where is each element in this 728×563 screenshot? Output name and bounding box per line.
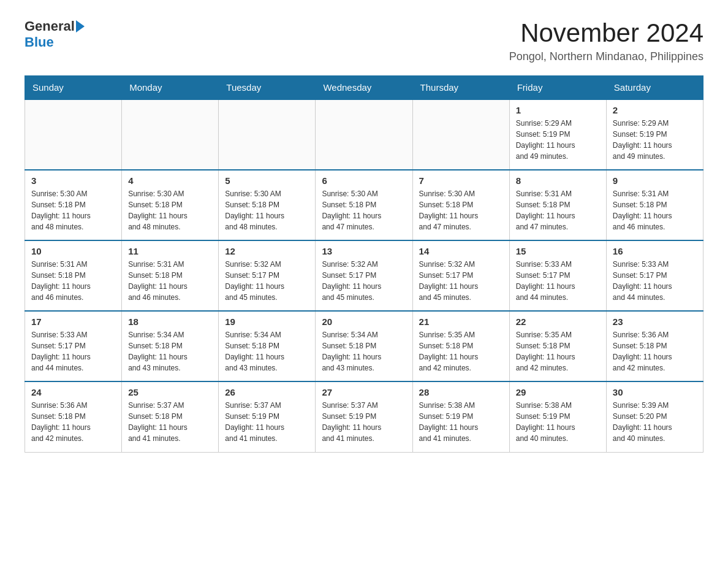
calendar-table: SundayMondayTuesdayWednesdayThursdayFrid… — [25, 75, 703, 453]
calendar-cell: 20Sunrise: 5:34 AM Sunset: 5:18 PM Dayli… — [316, 311, 412, 381]
day-info: Sunrise: 5:30 AM Sunset: 5:18 PM Dayligh… — [322, 188, 406, 232]
day-number: 14 — [419, 246, 503, 256]
day-number: 19 — [225, 316, 309, 327]
logo: General Blue — [25, 18, 85, 50]
day-info: Sunrise: 5:38 AM Sunset: 5:19 PM Dayligh… — [516, 400, 600, 444]
day-info: Sunrise: 5:34 AM Sunset: 5:18 PM Dayligh… — [128, 329, 212, 373]
day-info: Sunrise: 5:30 AM Sunset: 5:18 PM Dayligh… — [128, 188, 212, 232]
day-number: 15 — [516, 246, 600, 256]
day-info: Sunrise: 5:31 AM Sunset: 5:18 PM Dayligh… — [31, 259, 115, 303]
day-info: Sunrise: 5:38 AM Sunset: 5:19 PM Dayligh… — [419, 400, 503, 444]
day-number: 26 — [225, 387, 309, 397]
weekday-header-sunday: Sunday — [25, 76, 122, 100]
calendar-cell: 30Sunrise: 5:39 AM Sunset: 5:20 PM Dayli… — [606, 381, 703, 452]
weekday-header-friday: Friday — [509, 76, 606, 100]
calendar-cell — [122, 99, 219, 170]
day-number: 13 — [322, 246, 406, 256]
day-info: Sunrise: 5:32 AM Sunset: 5:17 PM Dayligh… — [225, 259, 309, 303]
weekday-header-wednesday: Wednesday — [316, 76, 412, 100]
day-number: 25 — [128, 387, 212, 397]
day-number: 17 — [31, 316, 115, 327]
day-info: Sunrise: 5:33 AM Sunset: 5:17 PM Dayligh… — [516, 259, 600, 303]
calendar-cell: 27Sunrise: 5:37 AM Sunset: 5:19 PM Dayli… — [316, 381, 412, 452]
day-number: 23 — [613, 316, 697, 327]
calendar-cell: 23Sunrise: 5:36 AM Sunset: 5:18 PM Dayli… — [606, 311, 703, 381]
day-number: 1 — [516, 105, 600, 115]
day-number: 2 — [613, 105, 697, 115]
calendar-cell: 17Sunrise: 5:33 AM Sunset: 5:17 PM Dayli… — [25, 311, 122, 381]
day-number: 9 — [613, 175, 697, 186]
logo-triangle-icon — [76, 20, 85, 33]
calendar-cell: 12Sunrise: 5:32 AM Sunset: 5:17 PM Dayli… — [219, 240, 316, 311]
day-info: Sunrise: 5:37 AM Sunset: 5:19 PM Dayligh… — [225, 400, 309, 444]
day-info: Sunrise: 5:31 AM Sunset: 5:18 PM Dayligh… — [613, 188, 697, 232]
calendar-cell: 19Sunrise: 5:34 AM Sunset: 5:18 PM Dayli… — [219, 311, 316, 381]
day-info: Sunrise: 5:30 AM Sunset: 5:18 PM Dayligh… — [31, 188, 115, 232]
calendar-cell: 13Sunrise: 5:32 AM Sunset: 5:17 PM Dayli… — [316, 240, 412, 311]
day-number: 16 — [613, 246, 697, 256]
day-number: 20 — [322, 316, 406, 327]
calendar-cell — [219, 99, 316, 170]
day-info: Sunrise: 5:32 AM Sunset: 5:17 PM Dayligh… — [322, 259, 406, 303]
calendar-cell: 5Sunrise: 5:30 AM Sunset: 5:18 PM Daylig… — [219, 170, 316, 240]
day-info: Sunrise: 5:35 AM Sunset: 5:18 PM Dayligh… — [516, 329, 600, 373]
week-row-2: 10Sunrise: 5:31 AM Sunset: 5:18 PM Dayli… — [25, 240, 703, 311]
header: General Blue November 2024 Pongol, North… — [25, 18, 703, 63]
calendar-cell: 26Sunrise: 5:37 AM Sunset: 5:19 PM Dayli… — [219, 381, 316, 452]
calendar-cell: 24Sunrise: 5:36 AM Sunset: 5:18 PM Dayli… — [25, 381, 122, 452]
day-info: Sunrise: 5:34 AM Sunset: 5:18 PM Dayligh… — [322, 329, 406, 373]
day-number: 5 — [225, 175, 309, 186]
calendar-cell: 8Sunrise: 5:31 AM Sunset: 5:18 PM Daylig… — [509, 170, 606, 240]
day-info: Sunrise: 5:39 AM Sunset: 5:20 PM Dayligh… — [613, 400, 697, 444]
day-number: 21 — [419, 316, 503, 327]
day-info: Sunrise: 5:32 AM Sunset: 5:17 PM Dayligh… — [419, 259, 503, 303]
calendar-cell: 3Sunrise: 5:30 AM Sunset: 5:18 PM Daylig… — [25, 170, 122, 240]
day-info: Sunrise: 5:30 AM Sunset: 5:18 PM Dayligh… — [225, 188, 309, 232]
calendar-cell: 7Sunrise: 5:30 AM Sunset: 5:18 PM Daylig… — [412, 170, 509, 240]
subtitle: Pongol, Northern Mindanao, Philippines — [509, 50, 703, 63]
calendar-cell: 15Sunrise: 5:33 AM Sunset: 5:17 PM Dayli… — [509, 240, 606, 311]
week-row-4: 24Sunrise: 5:36 AM Sunset: 5:18 PM Dayli… — [25, 381, 703, 452]
day-info: Sunrise: 5:33 AM Sunset: 5:17 PM Dayligh… — [613, 259, 697, 303]
day-info: Sunrise: 5:31 AM Sunset: 5:18 PM Dayligh… — [516, 188, 600, 232]
day-number: 11 — [128, 246, 212, 256]
logo-general: General — [25, 18, 75, 34]
day-info: Sunrise: 5:35 AM Sunset: 5:18 PM Dayligh… — [419, 329, 503, 373]
day-number: 28 — [419, 387, 503, 397]
weekday-header-monday: Monday — [122, 76, 219, 100]
day-number: 12 — [225, 246, 309, 256]
day-number: 6 — [322, 175, 406, 186]
calendar-cell: 18Sunrise: 5:34 AM Sunset: 5:18 PM Dayli… — [122, 311, 219, 381]
day-info: Sunrise: 5:34 AM Sunset: 5:18 PM Dayligh… — [225, 329, 309, 373]
calendar-cell — [412, 99, 509, 170]
day-info: Sunrise: 5:29 AM Sunset: 5:19 PM Dayligh… — [613, 118, 697, 162]
day-number: 3 — [31, 175, 115, 186]
week-row-0: 1Sunrise: 5:29 AM Sunset: 5:19 PM Daylig… — [25, 99, 703, 170]
day-number: 24 — [31, 387, 115, 397]
day-number: 27 — [322, 387, 406, 397]
calendar-cell: 9Sunrise: 5:31 AM Sunset: 5:18 PM Daylig… — [606, 170, 703, 240]
day-number: 29 — [516, 387, 600, 397]
calendar-cell: 11Sunrise: 5:31 AM Sunset: 5:18 PM Dayli… — [122, 240, 219, 311]
day-info: Sunrise: 5:31 AM Sunset: 5:18 PM Dayligh… — [128, 259, 212, 303]
day-number: 7 — [419, 175, 503, 186]
calendar-cell: 25Sunrise: 5:37 AM Sunset: 5:18 PM Dayli… — [122, 381, 219, 452]
calendar-cell: 4Sunrise: 5:30 AM Sunset: 5:18 PM Daylig… — [122, 170, 219, 240]
calendar-cell — [25, 99, 122, 170]
day-number: 30 — [613, 387, 697, 397]
day-number: 22 — [516, 316, 600, 327]
weekday-header-saturday: Saturday — [606, 76, 703, 100]
day-info: Sunrise: 5:29 AM Sunset: 5:19 PM Dayligh… — [516, 118, 600, 162]
calendar-cell: 28Sunrise: 5:38 AM Sunset: 5:19 PM Dayli… — [412, 381, 509, 452]
day-number: 4 — [128, 175, 212, 186]
day-info: Sunrise: 5:37 AM Sunset: 5:19 PM Dayligh… — [322, 400, 406, 444]
calendar-cell: 29Sunrise: 5:38 AM Sunset: 5:19 PM Dayli… — [509, 381, 606, 452]
calendar-cell: 2Sunrise: 5:29 AM Sunset: 5:19 PM Daylig… — [606, 99, 703, 170]
day-info: Sunrise: 5:36 AM Sunset: 5:18 PM Dayligh… — [31, 400, 115, 444]
day-info: Sunrise: 5:30 AM Sunset: 5:18 PM Dayligh… — [419, 188, 503, 232]
logo-blue: Blue — [25, 34, 54, 50]
calendar-cell: 14Sunrise: 5:32 AM Sunset: 5:17 PM Dayli… — [412, 240, 509, 311]
week-row-1: 3Sunrise: 5:30 AM Sunset: 5:18 PM Daylig… — [25, 170, 703, 240]
main-title: November 2024 — [509, 18, 703, 48]
weekday-header-row: SundayMondayTuesdayWednesdayThursdayFrid… — [25, 76, 703, 100]
